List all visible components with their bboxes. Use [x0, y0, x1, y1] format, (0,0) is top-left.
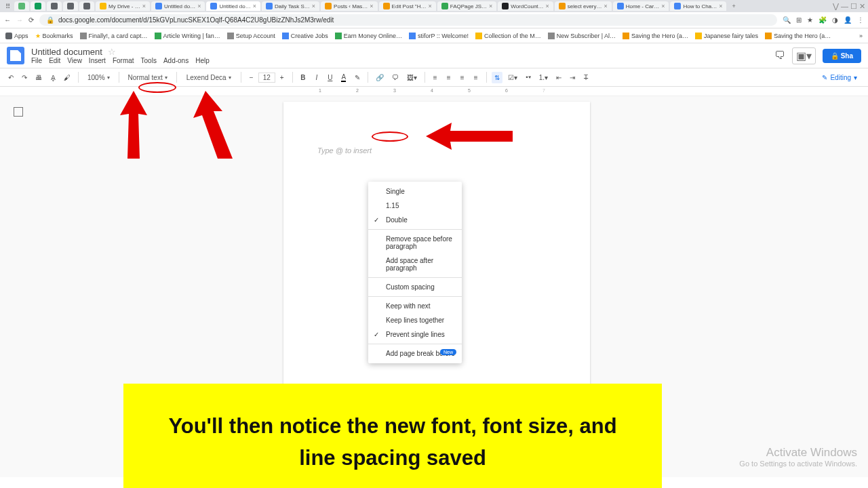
menu-icon[interactable]: ⋮: [857, 16, 864, 24]
document-title[interactable]: Untitled document: [31, 47, 102, 57]
reload-icon[interactable]: ⟳: [28, 16, 34, 24]
dd-page-break[interactable]: Add page break beforeNew: [368, 346, 462, 361]
tab-11[interactable]: FAQPage JS…×: [437, 1, 497, 11]
tab-0[interactable]: [14, 1, 29, 11]
bullet-list-icon[interactable]: ⦁▾: [523, 71, 534, 83]
tab-menu-icon[interactable]: ⠿: [3, 3, 13, 10]
menu-edit[interactable]: Edit: [49, 57, 60, 64]
star-icon[interactable]: ☆: [108, 47, 116, 57]
align-center-icon[interactable]: ≡: [443, 72, 454, 83]
undo-icon[interactable]: ↶: [5, 72, 16, 83]
font-size-decrease[interactable]: −: [246, 72, 257, 83]
tab-1[interactable]: [31, 1, 45, 11]
menu-view[interactable]: View: [67, 57, 82, 64]
paint-format-icon[interactable]: 🖌: [61, 72, 73, 83]
ext-icon[interactable]: 🔍: [783, 16, 791, 24]
bold-icon[interactable]: B: [298, 72, 309, 83]
dd-keep-lines[interactable]: Keep lines together: [368, 313, 462, 327]
spellcheck-icon[interactable]: Ḁ: [47, 72, 58, 83]
align-justify-icon[interactable]: ≡: [471, 72, 481, 83]
bookmark[interactable]: New Subscriber | Al…: [548, 33, 616, 39]
dd-remove-before[interactable]: Remove space before paragraph: [368, 232, 462, 253]
zoom-dropdown[interactable]: 100%▾: [83, 73, 114, 83]
present-icon[interactable]: ▣▾: [792, 47, 816, 64]
dd-double[interactable]: Double: [368, 213, 462, 227]
outdent-icon[interactable]: ⇤: [553, 72, 564, 83]
tab-2[interactable]: [47, 1, 62, 11]
menu-help[interactable]: Help: [195, 57, 210, 64]
underline-icon[interactable]: U: [325, 72, 336, 83]
bookmark[interactable]: Creative Jobs: [282, 33, 328, 39]
tab-5[interactable]: My Drive - …×: [96, 1, 150, 11]
clear-format-icon[interactable]: T: [580, 72, 591, 83]
menu-file[interactable]: File: [31, 57, 42, 64]
comment-history-icon[interactable]: 🗨: [774, 49, 785, 62]
dd-115[interactable]: 1.15: [368, 199, 462, 213]
ext-icon[interactable]: ⊞: [796, 16, 802, 24]
highlight-icon[interactable]: ✎: [352, 72, 363, 83]
align-right-icon[interactable]: ≡: [457, 72, 468, 83]
menu-tools[interactable]: Tools: [141, 57, 157, 64]
numbered-list-icon[interactable]: 1.▾: [536, 72, 551, 83]
tab-10[interactable]: Edit Post "H…×: [379, 1, 436, 11]
link-icon[interactable]: 🔗: [373, 72, 387, 83]
ext-icon[interactable]: 🧩: [818, 16, 827, 24]
redo-icon[interactable]: ↷: [19, 72, 30, 83]
tab-9[interactable]: Posts ‹ Mas…×: [321, 1, 378, 11]
share-button[interactable]: 🔒Sha: [823, 49, 861, 63]
menu-insert[interactable]: Insert: [89, 57, 106, 64]
bookmark[interactable]: Collection of the M…: [475, 33, 541, 39]
bookmark[interactable]: Earn Money Online…: [335, 33, 402, 39]
bookmark[interactable]: Article Writing | fan…: [155, 33, 220, 39]
forward-icon[interactable]: →: [16, 16, 23, 24]
dd-add-after[interactable]: Add space after paragraph: [368, 253, 462, 275]
indent-icon[interactable]: ⇥: [567, 72, 578, 83]
editing-mode[interactable]: ✎ Editing ▾: [816, 73, 863, 83]
outline-icon[interactable]: [14, 107, 23, 117]
docs-logo-icon[interactable]: [7, 47, 24, 64]
tab-15[interactable]: How to Cha…×: [670, 1, 726, 11]
url-bar[interactable]: 🔒 docs.google.com/document/d/15kGVpLnucS…: [39, 14, 777, 26]
window-controls[interactable]: ⋁ — ☐ ✕: [833, 2, 865, 11]
ext-icon[interactable]: ◑: [832, 16, 838, 24]
bookmark[interactable]: Saving the Hero (a…: [765, 33, 831, 39]
dd-single[interactable]: Single: [368, 184, 462, 199]
tab-8[interactable]: Daily Task S…×: [262, 1, 319, 11]
tab-7[interactable]: Untitled do…×: [206, 1, 260, 11]
menu-addons[interactable]: Add-ons: [163, 57, 189, 64]
text-color-icon[interactable]: A: [338, 71, 349, 84]
line-spacing-icon[interactable]: ⇅: [492, 72, 502, 83]
bookmark[interactable]: Japanese fairy tales: [695, 33, 758, 39]
checklist-icon[interactable]: ☑▾: [505, 72, 520, 83]
menu-format[interactable]: Format: [113, 57, 134, 64]
bookmark[interactable]: stiforP :: Welcome!: [409, 33, 469, 39]
align-left-icon[interactable]: ≡: [430, 72, 441, 83]
style-dropdown[interactable]: Normal text▾: [124, 73, 172, 83]
tab-13[interactable]: select every…×: [555, 1, 612, 11]
tab-4[interactable]: [79, 1, 94, 11]
bookmarks-overflow-icon[interactable]: »: [859, 33, 863, 39]
tab-14[interactable]: Home - Car…×: [613, 1, 669, 11]
tab-6[interactable]: Untitled do…×: [151, 1, 205, 11]
italic-icon[interactable]: I: [311, 72, 322, 83]
dd-prevent-single[interactable]: Prevent single lines: [368, 327, 462, 342]
ext-icon[interactable]: ★: [807, 16, 813, 24]
new-tab-button[interactable]: +: [728, 3, 739, 9]
dd-keep-next[interactable]: Keep with next: [368, 299, 462, 313]
print-icon[interactable]: 🖶: [33, 72, 45, 83]
font-size-input[interactable]: 12: [258, 73, 275, 83]
comment-icon[interactable]: 🗩: [389, 72, 401, 83]
back-icon[interactable]: ←: [4, 16, 11, 24]
profile-icon[interactable]: 👤: [844, 16, 852, 24]
font-dropdown[interactable]: Lexend Deca▾: [182, 72, 236, 83]
bookmark[interactable]: Setup Account: [227, 33, 275, 39]
image-icon[interactable]: 🖼▾: [404, 72, 420, 83]
bookmark-apps[interactable]: Apps: [5, 33, 28, 39]
font-size-increase[interactable]: +: [277, 72, 288, 83]
bookmark[interactable]: Finally!, a card capt…: [80, 33, 148, 39]
bookmark[interactable]: ★Bookmarks: [35, 33, 73, 39]
tab-12[interactable]: WordCount…×: [498, 1, 553, 11]
tab-3[interactable]: [63, 1, 78, 11]
dd-custom[interactable]: Custom spacing: [368, 280, 462, 294]
bookmark[interactable]: Saving the Hero (a…: [623, 33, 688, 39]
